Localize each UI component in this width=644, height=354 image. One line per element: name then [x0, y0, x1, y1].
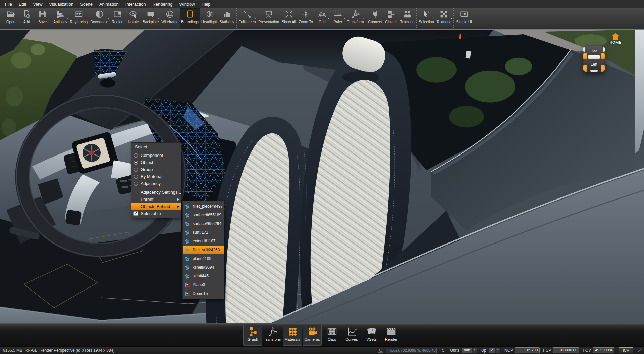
render-scene[interactable] [0, 30, 644, 346]
menu-scene[interactable]: Scene [77, 0, 96, 8]
chevron-down-icon[interactable]: ▼ [255, 17, 257, 19]
icv-button[interactable]: ICV [619, 347, 633, 353]
statistics-button[interactable]: Statistics [218, 8, 236, 29]
isolate-button[interactable]: Isolate [125, 8, 141, 29]
menu-file[interactable]: File [2, 0, 15, 8]
backplate-button[interactable]: Backplate▼ [141, 8, 160, 29]
chevron-down-icon[interactable]: ▼ [472, 348, 477, 353]
menu-animation[interactable]: Animation [96, 0, 122, 8]
downscale-button[interactable]: Downscale▼ [89, 8, 110, 29]
context-menu-item-adjacency-settings[interactable]: Adjacency Settings... [131, 189, 181, 196]
submenu-item-surface-655294[interactable]: surface#655294 [183, 219, 224, 228]
c-button[interactable]: C [440, 348, 446, 353]
log-console-icon[interactable]: >_ [378, 348, 383, 353]
open-button[interactable]: Open [3, 8, 19, 29]
dock-render-button[interactable]: Render [382, 325, 401, 346]
antialias-button[interactable]: Antialias▼ [52, 8, 69, 29]
submenu-item-dome15[interactable]: Dome15 [183, 289, 224, 298]
presentation-button[interactable]: Presentation [257, 8, 280, 29]
view-cube-corner[interactable] [583, 53, 587, 59]
fullscreen-button[interactable]: Fullscreen▼ [237, 8, 257, 29]
menu-visualization[interactable]: Visualization [46, 0, 77, 8]
context-menu-item-adjacency[interactable]: Adjacency [131, 180, 181, 187]
view-cube-edge[interactable] [603, 47, 605, 52]
transform-button[interactable]: Transform▼ [346, 8, 365, 29]
dock-materials-button[interactable]: Materials [283, 325, 302, 346]
submenu-item-surf-171[interactable]: surf#171 [183, 228, 224, 237]
chevron-down-icon[interactable]: ▼ [433, 17, 435, 19]
radio-unselected [134, 175, 138, 179]
dock-clips-button[interactable]: Clips [322, 325, 341, 346]
submenu-item-skin-445[interactable]: skin#445 [183, 272, 224, 280]
context-menu-item-object[interactable]: Object [131, 159, 181, 166]
chevron-down-icon[interactable]: ▼ [450, 17, 452, 19]
home-button[interactable]: HOME [606, 33, 625, 44]
context-menu-item-component[interactable]: Component [131, 152, 181, 159]
connect-button[interactable]: Connect [367, 8, 383, 29]
menu-window[interactable]: Window [176, 0, 198, 8]
add-button[interactable]: Add [19, 8, 35, 29]
zoom-to-button[interactable]: Zoom To [297, 8, 314, 29]
wireframe-button[interactable]: Wireframe [160, 8, 180, 29]
raytracing-button[interactable]: RTRaytracing [69, 8, 89, 29]
dock-graph-button[interactable]: Graph [243, 325, 262, 346]
view-cube-corner[interactable] [601, 53, 605, 59]
region-button[interactable]: Region [110, 8, 125, 29]
chevron-down-icon[interactable]: ▼ [363, 17, 365, 19]
grid-button[interactable]: Grid▼ [314, 8, 330, 29]
context-menu-item-parent[interactable]: Parent▶ [131, 196, 181, 203]
chevron-down-icon[interactable]: ▼ [107, 17, 109, 19]
texturing-button[interactable]: Texturing▼ [435, 8, 453, 29]
view-cube-corner[interactable] [583, 65, 587, 72]
menu-interaction[interactable]: Interaction [122, 0, 149, 8]
ncp-field[interactable]: 1.89799 [515, 347, 540, 353]
cluster-button[interactable]: Cluster [383, 8, 399, 29]
context-menu-item-by-material[interactable]: By Material [131, 173, 181, 180]
chevron-down-icon[interactable]: ▼ [328, 17, 330, 19]
submenu-item-xshell-3094[interactable]: xshell#3094 [183, 263, 224, 272]
ruler-button[interactable]: 0 1 2Ruler▼ [330, 8, 346, 29]
submenu-item-extend-1187[interactable]: extend#1187 [183, 237, 224, 246]
render-viewport[interactable]: Top Left HOME Select: ComponentObjectGro… [0, 29, 644, 346]
view-cube-edge[interactable] [583, 47, 585, 52]
chevron-down-icon[interactable]: ▼ [495, 348, 500, 353]
up-label: Up [481, 348, 486, 353]
chevron-down-icon[interactable]: ▼ [343, 17, 345, 19]
dock-cameras-button[interactable]: Cameras [303, 325, 322, 346]
dock-transform-button[interactable]: Transform [263, 325, 282, 346]
dock-curves-button[interactable]: Curves [342, 325, 361, 346]
menu-rendering[interactable]: Rendering [149, 0, 176, 8]
view-cube-edge-bar[interactable] [588, 55, 600, 59]
view-cube-bottom-edge[interactable] [590, 70, 598, 72]
selection-button[interactable]: Selection▼ [417, 8, 435, 29]
dock-vsets-button[interactable]: VSets [362, 325, 381, 346]
submenu-item-fillet-piece-9497[interactable]: fillet_piece#9497 [183, 202, 224, 211]
menu-help[interactable]: Help [198, 0, 214, 8]
view-cube-corner[interactable] [601, 65, 605, 72]
chevron-down-icon[interactable]: ▼ [158, 17, 160, 19]
simple-ui-button[interactable]: UISimple UI [454, 8, 473, 29]
submenu-item-fillet-srf-24263[interactable]: fillet_srf#24263 [183, 246, 224, 254]
context-menu-item-selectable[interactable]: ✓Selectable [131, 210, 181, 217]
view-cube[interactable]: Top Left [583, 45, 605, 72]
tracking-button[interactable]: Tracking [399, 8, 416, 29]
up-axis-select[interactable]: Z ▼ [488, 347, 500, 353]
context-menu-item-group[interactable]: Group [131, 166, 181, 173]
context-menu-item-objects-behind[interactable]: Objects Behind▶ [131, 203, 181, 210]
submenu-item-surface-655189[interactable]: surface#655189 [183, 211, 224, 219]
fcp-field[interactable]: 100000.00 [553, 347, 579, 353]
fov-field[interactable]: 49.999996 [593, 347, 614, 353]
show-all-button[interactable]: Show All [280, 8, 297, 29]
boundings-button[interactable]: Boundings [180, 8, 200, 29]
save-button[interactable]: Save [35, 8, 50, 29]
hitpoint-field[interactable]: hitpoint: (32.939575, 4605.4809... [386, 348, 437, 353]
chevron-down-icon[interactable]: ▼ [66, 17, 68, 19]
units-select[interactable]: mm ▼ [461, 347, 477, 353]
rt-icon: RT [74, 10, 83, 19]
menu-edit[interactable]: Edit [15, 0, 30, 8]
headlight-button[interactable]: Headlight [200, 8, 218, 29]
resize-grip[interactable] [637, 348, 641, 352]
submenu-item-plane-109[interactable]: plane#109 [183, 254, 224, 263]
menu-view[interactable]: View [30, 0, 46, 8]
submenu-item-plane3[interactable]: Plane3 [183, 280, 224, 289]
